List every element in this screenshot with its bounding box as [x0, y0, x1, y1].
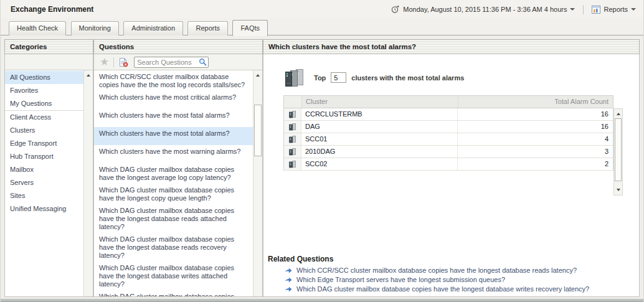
category-item[interactable]: Sites	[5, 189, 83, 202]
tab-label: Monitoring	[79, 24, 111, 32]
category-item[interactable]: Clusters	[5, 124, 83, 137]
toolbar-separator	[583, 5, 584, 14]
detail-body: Top clusters with the most total alarms …	[263, 54, 640, 297]
arrow-right-icon	[285, 286, 292, 292]
category-item[interactable]: Mailbox	[5, 163, 83, 176]
related-question-text: Which CCR/SCC cluster mailbox database c…	[296, 267, 577, 274]
category-item[interactable]: Edge Transport	[5, 137, 83, 150]
tab[interactable]: Health Check	[9, 21, 66, 35]
scroll-up-icon[interactable]	[617, 113, 620, 115]
category-item[interactable]: Hub Transport	[5, 150, 83, 163]
clock-icon	[391, 5, 400, 14]
category-item[interactable]: Favorites	[5, 84, 83, 97]
tab-label: Health Check	[17, 24, 58, 32]
scroll-thumb[interactable]	[254, 105, 262, 156]
table-row[interactable]: DAG 16	[284, 121, 613, 133]
cluster-column-header[interactable]: Cluster	[302, 96, 458, 108]
category-item[interactable]: My Questions	[5, 97, 83, 110]
tab[interactable]: FAQts	[232, 20, 268, 36]
category-item[interactable]: Unified Messaging	[5, 202, 83, 215]
question-item[interactable]: Which DAG cluster mailbox database copie…	[94, 262, 253, 290]
faqts-view: Categories All Questions Favorites My Qu…	[1, 36, 643, 299]
question-item[interactable]: Which clusters have the most warning ala…	[94, 145, 253, 163]
tab-label: Reports	[196, 24, 220, 32]
scroll-up-icon[interactable]	[256, 74, 260, 77]
search-input[interactable]	[134, 57, 209, 68]
category-item[interactable]: Client Access	[5, 110, 83, 124]
top-n-input[interactable]	[331, 72, 346, 83]
categories-list: All Questions Favorites My Questions Cli…	[5, 70, 83, 296]
question-text: Which DAG cluster mailbox database copie…	[99, 186, 234, 202]
scroll-up-icon[interactable]	[87, 74, 90, 77]
favorite-star-icon[interactable]: ★	[100, 57, 109, 67]
tab[interactable]: Administration	[123, 21, 183, 35]
page-title: Exchange Environment	[11, 0, 93, 19]
remove-question-icon[interactable]	[118, 57, 128, 67]
table-row[interactable]: SCC01 4	[284, 133, 613, 146]
reports-button[interactable]: Reports	[592, 6, 636, 14]
question-text: Which DAG cluster mailbox database copie…	[99, 293, 234, 296]
tab-label: FAQts	[240, 24, 260, 32]
category-label: My Questions	[10, 100, 52, 107]
category-label: Mailbox	[10, 166, 34, 173]
cluster-icon	[284, 121, 301, 133]
related-questions-title: Related Questions	[268, 255, 633, 263]
cluster-icon	[284, 158, 301, 170]
arrow-right-icon	[285, 267, 292, 273]
table-row[interactable]: SCC02 2	[284, 158, 613, 171]
questions-toolbar: ★	[94, 54, 262, 70]
table-row[interactable]: 2010DAG 3	[284, 146, 613, 158]
related-question-link[interactable]: Which Edge Transport servers have the lo…	[268, 276, 633, 283]
related-question-link[interactable]: Which CCR/SCC cluster mailbox database c…	[268, 267, 633, 274]
category-label: Sites	[10, 192, 25, 199]
questions-list: Which CCR/SCC cluster mailbox database c…	[94, 70, 253, 296]
question-item[interactable]: Which clusters have the most critical al…	[94, 91, 253, 109]
question-text: Which clusters have the most critical al…	[99, 93, 236, 101]
category-item[interactable]: All Questions	[5, 71, 83, 84]
questions-panel: Questions ★	[93, 39, 263, 297]
categories-title: Categories	[10, 43, 47, 50]
search-box	[134, 56, 209, 68]
scroll-down-icon[interactable]	[617, 189, 620, 191]
related-questions-list: Which CCR/SCC cluster mailbox database c…	[268, 267, 633, 293]
alarm-count: 16	[458, 121, 613, 133]
alarm-count: 4	[458, 133, 613, 145]
question-detail-panel: Which clusters have the most total alarm…	[263, 39, 640, 297]
timerange-selector[interactable]: Monday, August 10, 2015 11:36 PM - 3:36 …	[391, 5, 575, 14]
top-bar: Exchange Environment Monday, August 10, …	[1, 0, 643, 19]
scroll-thumb[interactable]	[615, 118, 622, 181]
question-item[interactable]: Which DAG cluster mailbox database copie…	[94, 204, 253, 233]
table-row[interactable]: CCRCLUSTERMB 16	[284, 108, 613, 121]
question-item[interactable]: Which CCR/SCC cluster mailbox database c…	[94, 70, 253, 91]
related-question-link[interactable]: Which DAG cluster mailbox database copie…	[268, 285, 633, 293]
tab[interactable]: Monitoring	[71, 21, 119, 35]
category-label: Unified Messaging	[10, 205, 67, 212]
questions-scrollbar[interactable]	[253, 70, 262, 296]
cluster-name: CCRCLUSTERMB	[301, 108, 458, 120]
related-question-text: Which Edge Transport servers have the lo…	[296, 276, 505, 283]
question-item[interactable]: Which DAG cluster mailbox database copie…	[94, 184, 253, 204]
timerange-label: Monday, August 10, 2015 11:36 PM - 3:36 …	[403, 6, 567, 13]
question-item[interactable]: Which clusters have the most fatal alarm…	[94, 109, 253, 127]
detail-header: Which clusters have the most total alarm…	[263, 39, 640, 54]
question-text: Which DAG cluster mailbox database copie…	[99, 166, 234, 181]
search-icon[interactable]	[199, 58, 207, 66]
categories-header: Categories	[4, 39, 93, 54]
detail-title: Which clusters have the most total alarm…	[268, 43, 416, 50]
related-questions-section: Related Questions Which CCR/SCC cluster …	[268, 255, 633, 293]
count-column-header[interactable]: Total Alarm Count	[458, 96, 613, 108]
question-item[interactable]: Which DAG cluster mailbox database copie…	[94, 233, 253, 262]
category-label: Favorites	[10, 87, 38, 94]
categories-scrollbar[interactable]	[83, 70, 93, 296]
top-n-control: Top clusters with the most total alarms	[283, 68, 639, 87]
question-item[interactable]: Which clusters have the most total alarm…	[94, 127, 253, 145]
table-scrollbar[interactable]	[613, 108, 623, 196]
chevron-down-icon	[631, 8, 636, 11]
tab[interactable]: Reports	[187, 21, 228, 35]
category-label: All Questions	[10, 73, 50, 81]
related-question-text: Which DAG cluster mailbox database copie…	[296, 285, 589, 293]
category-item[interactable]: Servers	[5, 176, 83, 189]
chevron-down-icon	[570, 8, 575, 11]
question-item[interactable]: Which DAG cluster mailbox database copie…	[94, 163, 253, 184]
question-item[interactable]: Which DAG cluster mailbox database copie…	[94, 290, 253, 296]
